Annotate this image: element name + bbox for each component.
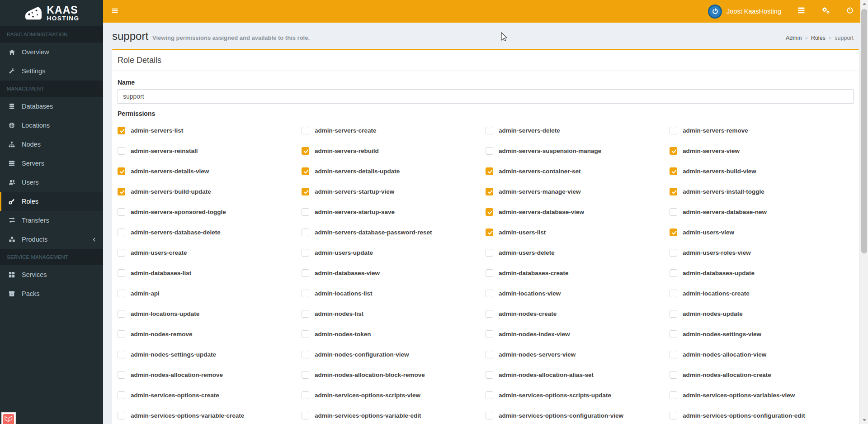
permission-checkbox[interactable]	[670, 188, 677, 195]
brand-logo[interactable]: KAAS HOSTING	[0, 0, 103, 26]
breadcrumb-link[interactable]: Admin	[786, 35, 802, 41]
permission-checkbox[interactable]	[670, 391, 677, 399]
users-icon	[7, 179, 17, 186]
scroll-up-arrow[interactable]	[860, 0, 868, 8]
permission-label: admin-servers-delete	[499, 127, 560, 134]
role-name-input[interactable]	[118, 89, 854, 104]
permission-label: admin-databases-view	[315, 270, 380, 276]
sidebar-item-locations[interactable]: Locations	[0, 116, 103, 135]
permission-checkbox[interactable]	[486, 330, 493, 338]
permission-checkbox[interactable]	[670, 290, 677, 297]
permission-checkbox[interactable]	[486, 351, 493, 358]
scrollbar-thumb[interactable]	[861, 9, 867, 253]
permission-checkbox[interactable]	[670, 269, 677, 277]
permission-checkbox[interactable]	[486, 391, 493, 399]
permission-checkbox[interactable]	[486, 208, 493, 216]
permission-checkbox[interactable]	[302, 147, 309, 155]
permission-item: admin-servers-view	[670, 147, 854, 155]
sidebar-item-packs[interactable]: Packs	[0, 284, 103, 303]
permission-checkbox[interactable]	[118, 412, 125, 419]
permission-checkbox[interactable]	[670, 330, 677, 338]
permission-checkbox[interactable]	[118, 330, 125, 338]
permission-checkbox[interactable]	[302, 371, 309, 379]
permission-item: admin-databases-create	[486, 269, 670, 277]
sidebar-item-services[interactable]: Services	[0, 265, 103, 284]
database-icon	[7, 103, 17, 110]
sidebar-item-overview[interactable]: Overview	[0, 43, 103, 62]
permission-checkbox[interactable]	[302, 269, 309, 277]
permission-checkbox[interactable]	[118, 188, 125, 195]
permission-checkbox[interactable]	[302, 127, 309, 134]
permission-checkbox[interactable]	[302, 310, 309, 318]
permission-checkbox[interactable]	[302, 412, 309, 419]
permission-checkbox[interactable]	[118, 147, 125, 155]
permission-checkbox[interactable]	[118, 269, 125, 277]
scrollbar[interactable]	[860, 0, 868, 424]
sidebar-item-transfers[interactable]: Transfers	[0, 211, 103, 230]
sidebar-item-databases[interactable]: Databases	[0, 97, 103, 116]
permission-checkbox[interactable]	[486, 147, 493, 155]
permission-checkbox[interactable]	[670, 147, 677, 155]
permission-checkbox[interactable]	[118, 371, 125, 379]
permission-checkbox[interactable]	[118, 351, 125, 358]
sidebar-item-settings[interactable]: Settings	[0, 62, 103, 81]
permission-checkbox[interactable]	[302, 229, 309, 236]
permission-checkbox[interactable]	[302, 290, 309, 297]
permission-checkbox[interactable]	[302, 208, 309, 216]
logout-button[interactable]	[846, 7, 854, 16]
permission-item: admin-nodes-update	[670, 310, 854, 318]
user-menu[interactable]: Joost KaasHosting	[708, 5, 781, 19]
permission-checkbox[interactable]	[670, 249, 677, 257]
permission-checkbox[interactable]	[118, 127, 125, 134]
permission-checkbox[interactable]	[670, 310, 677, 318]
permission-checkbox[interactable]	[118, 310, 125, 318]
permission-checkbox[interactable]	[302, 188, 309, 195]
permission-checkbox[interactable]	[486, 412, 493, 419]
sidebar-item-nodes[interactable]: Nodes	[0, 135, 103, 154]
permission-checkbox[interactable]	[118, 391, 125, 399]
permission-checkbox[interactable]	[486, 310, 493, 318]
permission-checkbox[interactable]	[118, 290, 125, 297]
permission-checkbox[interactable]	[670, 229, 677, 236]
sidebar-item-users[interactable]: Users	[0, 173, 103, 192]
permission-label: admin-nodes-update	[683, 310, 743, 317]
permission-checkbox[interactable]	[486, 249, 493, 257]
permission-checkbox[interactable]	[302, 167, 309, 175]
permission-checkbox[interactable]	[670, 412, 677, 419]
permission-checkbox[interactable]	[118, 249, 125, 257]
triangle-up-icon	[863, 3, 866, 5]
permission-checkbox[interactable]	[302, 391, 309, 399]
sidebar-item-products[interactable]: Products	[0, 230, 103, 249]
permission-checkbox[interactable]	[302, 351, 309, 358]
permission-label: admin-nodes-servers-view	[499, 351, 576, 358]
permission-label: admin-users-list	[499, 229, 546, 236]
permission-checkbox[interactable]	[486, 229, 493, 236]
permission-checkbox[interactable]	[670, 208, 677, 216]
permission-checkbox[interactable]	[302, 330, 309, 338]
permission-label: admin-servers-remove	[683, 127, 748, 134]
permission-checkbox[interactable]	[670, 371, 677, 379]
sidebar-item-servers[interactable]: Servers	[0, 154, 103, 173]
permission-label: admin-servers-view	[683, 148, 740, 154]
permission-checkbox[interactable]	[486, 127, 493, 134]
permission-checkbox[interactable]	[670, 167, 677, 175]
permission-checkbox[interactable]	[486, 290, 493, 297]
sidebar-toggle-button[interactable]	[103, 0, 127, 23]
scroll-down-arrow[interactable]	[860, 416, 868, 424]
permission-checkbox[interactable]	[302, 249, 309, 257]
tasks-menu-button[interactable]	[797, 7, 805, 16]
breadcrumb-link[interactable]: Roles	[805, 35, 825, 41]
permission-checkbox[interactable]	[118, 229, 125, 236]
main-content: support Viewing permissions assigned and…	[103, 23, 868, 424]
permission-checkbox[interactable]	[118, 208, 125, 216]
sidebar-item-roles[interactable]: Roles	[0, 192, 103, 211]
permission-checkbox[interactable]	[486, 371, 493, 379]
permission-checkbox[interactable]	[486, 269, 493, 277]
permission-checkbox[interactable]	[670, 127, 677, 134]
settings-menu-button[interactable]	[821, 7, 830, 16]
permission-checkbox[interactable]	[486, 188, 493, 195]
permission-checkbox[interactable]	[670, 351, 677, 358]
permission-label: admin-nodes-create	[499, 310, 557, 317]
permission-checkbox[interactable]	[118, 167, 125, 175]
permission-checkbox[interactable]	[486, 167, 493, 175]
